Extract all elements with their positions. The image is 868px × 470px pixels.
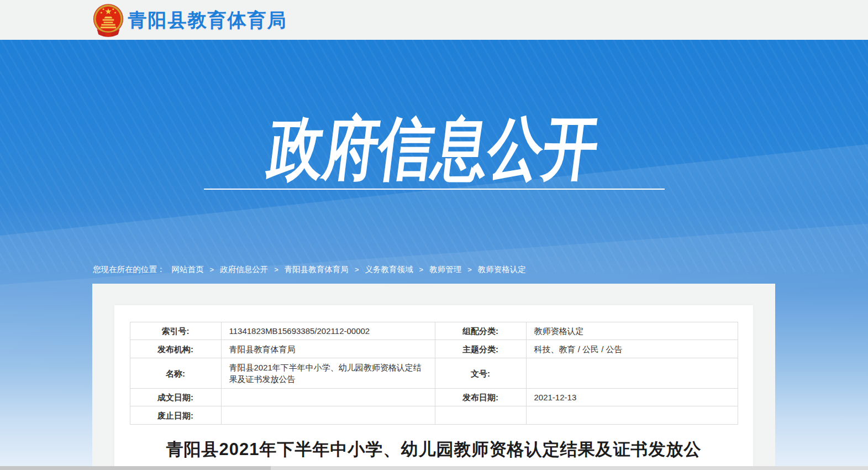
breadcrumb-link-gov-info[interactable]: 政府信息公开 <box>220 265 268 274</box>
written-date-label: 成文日期: <box>130 389 221 406</box>
table-row: 成文日期: 发布日期: 2021-12-13 <box>130 389 738 406</box>
site-header: 青阳县教育体育局 <box>0 0 868 40</box>
topic-category-label: 主题分类: <box>435 340 526 358</box>
breadcrumb-prefix: 您现在所在的位置： <box>93 265 165 274</box>
publisher-value: 青阳县教育体育局 <box>221 340 435 358</box>
table-row: 发布机构: 青阳县教育体育局 主题分类: 科技、教育 / 公民 / 公告 <box>130 340 738 358</box>
china-national-emblem-icon <box>93 3 124 38</box>
table-row: 废止日期: <box>130 406 738 425</box>
publish-date-label: 发布日期: <box>435 389 526 406</box>
horizontal-scrollbar-thumb[interactable] <box>0 466 271 470</box>
breadcrumb-link-education-field[interactable]: 义务教育领域 <box>365 265 413 274</box>
breadcrumb-link-bureau[interactable]: 青阳县教育体育局 <box>285 265 349 274</box>
doc-number-label: 文号: <box>435 358 526 389</box>
page-title: 政府信息公开 <box>156 109 712 187</box>
breadcrumb-link-home[interactable]: 网站首页 <box>172 265 204 274</box>
empty-label-cell <box>435 406 526 425</box>
article-title: 青阳县2021年下半年中小学、幼儿园教师资格认定结果及证书发放公 <box>114 437 753 462</box>
publisher-label: 发布机构: <box>130 340 221 358</box>
group-category-value: 教师资格认定 <box>526 322 738 340</box>
index-number-label: 索引号: <box>130 322 221 340</box>
topic-category-value: 科技、教育 / 公民 / 公告 <box>526 340 738 358</box>
table-row: 索引号: 11341823MB15693385/202112-00002 组配分… <box>130 322 738 340</box>
breadcrumb-separator: > <box>467 265 472 274</box>
publish-date-value: 2021-12-13 <box>526 389 738 406</box>
empty-value-cell <box>526 406 738 425</box>
name-label: 名称: <box>130 358 221 389</box>
breadcrumb-separator: > <box>419 265 424 274</box>
written-date-value <box>221 389 435 406</box>
site-title: 青阳县教育体育局 <box>128 0 287 40</box>
name-value: 青阳县2021年下半年中小学、幼儿园教师资格认定结果及证书发放公告 <box>221 358 435 389</box>
breadcrumb: 您现在所在的位置： 网站首页 > 政府信息公开 > 青阳县教育体育局 > 义务教… <box>93 264 776 275</box>
breadcrumb-link-teacher-cert[interactable]: 教师资格认定 <box>478 265 526 274</box>
group-category-label: 组配分类: <box>435 322 526 340</box>
content-outer-panel: 索引号: 11341823MB15693385/202112-00002 组配分… <box>92 284 775 470</box>
breadcrumb-separator: > <box>274 265 278 274</box>
breadcrumb-link-teacher-mgmt[interactable]: 教师管理 <box>429 265 461 274</box>
breadcrumb-separator: > <box>210 265 214 274</box>
repeal-date-value <box>221 406 435 425</box>
horizontal-scrollbar[interactable] <box>0 466 868 470</box>
index-number-value: 11341823MB15693385/202112-00002 <box>221 322 435 340</box>
repeal-date-label: 废止日期: <box>130 406 221 425</box>
document-meta-table: 索引号: 11341823MB15693385/202112-00002 组配分… <box>130 322 738 425</box>
doc-number-value <box>526 358 738 389</box>
title-underline <box>204 189 665 190</box>
breadcrumb-separator: > <box>355 265 359 274</box>
document-card: 索引号: 11341823MB15693385/202112-00002 组配分… <box>114 305 753 470</box>
table-row: 名称: 青阳县2021年下半年中小学、幼儿园教师资格认定结果及证书发放公告 文号… <box>130 358 738 389</box>
